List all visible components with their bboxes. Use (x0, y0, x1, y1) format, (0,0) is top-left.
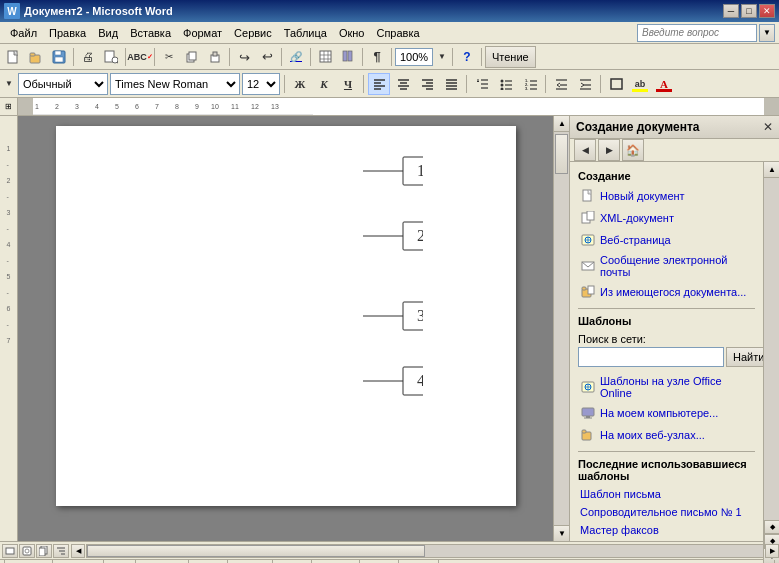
my-computer-icon (580, 405, 596, 421)
panel-outer: Создание Новый документ XML-документ (570, 162, 779, 563)
columns-button[interactable] (337, 46, 359, 68)
zoom-dropdown[interactable]: ▼ (435, 46, 449, 68)
ruler: ⊞ 12 34 56 78 910 1112 13 (0, 98, 779, 116)
align-center-button[interactable] (392, 73, 414, 95)
maximize-button[interactable]: □ (741, 4, 757, 18)
ruler-horizontal: 12 34 56 78 910 1112 13 (18, 98, 779, 115)
help-search-dropdown[interactable]: ▼ (759, 24, 775, 42)
hyperlink-button[interactable]: 🔗 (285, 46, 307, 68)
menu-view[interactable]: Вид (92, 25, 124, 41)
outline-view-button[interactable] (53, 544, 69, 558)
menu-window[interactable]: Окно (333, 25, 371, 41)
menu-tools[interactable]: Сервис (228, 25, 278, 41)
from-existing-link[interactable]: Из имеющегося документа... (578, 282, 755, 302)
title-text: Документ2 - Microsoft Word (24, 5, 173, 17)
menu-file[interactable]: Файл (4, 25, 43, 41)
svg-text:10: 10 (211, 103, 219, 110)
help-search-input[interactable] (637, 24, 757, 42)
font-color-button[interactable]: A (653, 73, 675, 95)
template-search-input[interactable] (578, 347, 724, 367)
menu-help[interactable]: Справка (370, 25, 425, 41)
new-document-icon (580, 188, 596, 204)
web-view-button[interactable] (19, 544, 35, 558)
svg-text:1: 1 (417, 162, 423, 179)
hscroll-left-button[interactable]: ◀ (71, 544, 85, 558)
decrease-indent-button[interactable] (550, 73, 572, 95)
open-button[interactable] (25, 46, 47, 68)
scroll-thumb[interactable] (555, 134, 568, 174)
style-select[interactable]: Обычный (18, 73, 108, 95)
panel-scroll-up[interactable]: ▲ (764, 162, 779, 178)
h-scrollbar-track[interactable] (86, 544, 764, 558)
scroll-down-button[interactable]: ▼ (554, 525, 569, 541)
svg-point-42 (500, 79, 503, 82)
normal-view-button[interactable] (2, 544, 18, 558)
view-buttons (0, 543, 71, 559)
xml-document-link[interactable]: XML-документ (578, 208, 755, 228)
office-online-icon (580, 379, 596, 395)
copy-button[interactable] (181, 46, 203, 68)
bullets-button[interactable] (495, 73, 517, 95)
new-document-link[interactable]: Новый документ (578, 186, 755, 206)
close-button[interactable]: ✕ (759, 4, 775, 18)
spell-button[interactable]: ABC✓ (129, 46, 151, 68)
style-dropdown-arrow[interactable]: ▼ (2, 73, 16, 95)
font-select[interactable]: Times New Roman (110, 73, 240, 95)
my-computer-link[interactable]: На моем компьютере... (578, 403, 755, 423)
line-spacing-button[interactable] (471, 73, 493, 95)
panel-forward-button[interactable]: ▶ (598, 139, 620, 161)
menu-table[interactable]: Таблица (278, 25, 333, 41)
scroll-up-button[interactable]: ▲ (554, 116, 569, 132)
minimize-button[interactable]: ─ (723, 4, 739, 18)
cut-button[interactable]: ✂ (158, 46, 180, 68)
print-button[interactable]: 🖨 (77, 46, 99, 68)
save-button[interactable] (48, 46, 70, 68)
paragraph-button[interactable]: ¶ (366, 46, 388, 68)
panel-back-button[interactable]: ◀ (574, 139, 596, 161)
paste-button[interactable] (204, 46, 226, 68)
outside-border-button[interactable] (605, 73, 627, 95)
menu-insert[interactable]: Вставка (124, 25, 177, 41)
new-button[interactable] (2, 46, 24, 68)
highlight-button[interactable]: ab (629, 73, 651, 95)
recent-template-3[interactable]: Мастер факсов (578, 522, 755, 538)
numbering-button[interactable]: 1.2.3. (519, 73, 541, 95)
italic-button[interactable]: К (313, 73, 335, 95)
align-right-button[interactable] (416, 73, 438, 95)
my-web-sites-icon (580, 427, 596, 443)
increase-indent-button[interactable] (574, 73, 596, 95)
panel-close-button[interactable]: ✕ (763, 120, 773, 134)
h-scrollbar-thumb[interactable] (87, 545, 425, 557)
help-button[interactable]: ? (456, 46, 478, 68)
zoom-input[interactable]: 100% (395, 48, 433, 66)
recent-template-1[interactable]: Шаблон письма (578, 486, 755, 502)
template-search-button[interactable]: Найти (726, 347, 763, 367)
print-preview-button[interactable] (100, 46, 122, 68)
panel-nav-up[interactable]: ◆ (764, 520, 779, 534)
hscroll-right-button[interactable]: ▶ (765, 544, 779, 558)
office-online-link[interactable]: Шаблоны на узле Office Online (578, 373, 755, 401)
my-web-sites-link[interactable]: На моих веб-узлах... (578, 425, 755, 445)
menu-format[interactable]: Формат (177, 25, 228, 41)
size-select[interactable]: 12 (242, 73, 280, 95)
web-page-link[interactable]: Веб-страница (578, 230, 755, 250)
svg-rect-18 (343, 51, 347, 61)
recent-template-2[interactable]: Сопроводительное письмо № 1 (578, 504, 755, 520)
read-button[interactable]: Чтение (485, 46, 536, 68)
email-message-link[interactable]: Сообщение электронной почты (578, 252, 755, 280)
menu-edit[interactable]: Правка (43, 25, 92, 41)
panel-home-button[interactable]: 🏠 (622, 139, 644, 161)
align-justify-button[interactable] (440, 73, 462, 95)
align-left-button[interactable] (368, 73, 390, 95)
print-view-button[interactable] (36, 544, 52, 558)
document-scroll-area[interactable]: 1 2 3 (18, 116, 553, 541)
svg-rect-2 (30, 53, 35, 56)
table-button[interactable] (314, 46, 336, 68)
underline-button[interactable]: Ч (337, 73, 359, 95)
doc-vscrollbar[interactable]: ▲ ▼ (553, 116, 569, 541)
bold-button[interactable]: Ж (289, 73, 311, 95)
svg-text:4: 4 (417, 372, 423, 389)
redo-button[interactable]: ↩ (256, 46, 278, 68)
undo-button[interactable]: ↩ (233, 46, 255, 68)
panel-vscrollbar[interactable]: ▲ ◆ ◆ ▼ (763, 162, 779, 563)
